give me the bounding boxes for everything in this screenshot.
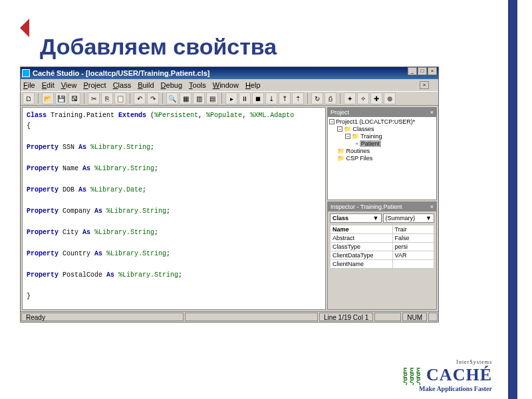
status-spacer — [185, 313, 318, 321]
workspace: Class Training.Patient Extends (%Persist… — [21, 106, 438, 311]
tool-save-icon[interactable]: 💾 — [55, 92, 67, 104]
inspector-key: ClientDataType — [331, 251, 393, 260]
inspector-row[interactable]: ClientName — [331, 260, 434, 269]
chevron-down-icon: ▼ — [426, 215, 432, 221]
tool-wiz1-icon[interactable]: ✦ — [344, 92, 356, 104]
tool-copy-icon[interactable]: ⎘ — [101, 92, 113, 104]
logo-mark-icon: ξξξξξξξξξ — [403, 368, 422, 382]
menu-build[interactable]: Build — [138, 81, 154, 89]
inspector-value: persi — [392, 243, 434, 251]
tool-redo-icon[interactable]: ↷ — [147, 92, 159, 104]
logo-tagline: Make Applications Faster — [403, 385, 492, 392]
inspector-value: Trair — [392, 225, 434, 234]
tree-routines[interactable]: Routines — [346, 148, 370, 154]
mdi-close-button[interactable]: × — [420, 81, 429, 89]
close-button[interactable]: × — [428, 67, 437, 75]
tree-minus-icon[interactable]: − — [329, 119, 334, 124]
window-title: Caché Studio - [localtcp/USER/Training.P… — [33, 69, 437, 77]
statusbar: Ready Line 1/19 Col 1 NUM — [21, 311, 438, 322]
logo-brand: CACHÉ — [426, 365, 492, 385]
inspector-value: VAR — [392, 251, 434, 260]
tree-csp[interactable]: CSP Files — [346, 155, 373, 162]
side-stripe — [508, 0, 517, 399]
separator — [162, 93, 163, 104]
tool-stepin-icon[interactable]: ⤒ — [279, 92, 291, 104]
inspector-body: Class▼ (Summary)▼ NameTrairAbstractFalse… — [328, 211, 436, 309]
tree-classes[interactable]: Classes — [353, 126, 374, 132]
tool-new-icon[interactable]: 🗋 — [23, 92, 35, 104]
tree-minus-icon[interactable]: − — [337, 126, 342, 132]
menubar: File Edit View Project Class Build Debug… — [21, 79, 438, 91]
inspector-row[interactable]: ClassTypepersi — [331, 243, 434, 251]
logo: InterSystems ξξξξξξξξξ CACHÉ Make Applic… — [403, 359, 492, 392]
menu-debug[interactable]: Debug — [161, 81, 182, 89]
cache-studio-window: _ □ × Caché Studio - [localtcp/USER/Trai… — [20, 66, 439, 323]
tool-stepover-icon[interactable]: ⤓ — [265, 92, 277, 104]
tool-undo-icon[interactable]: ↶ — [134, 92, 146, 104]
inspector-summary-dropdown[interactable]: (Summary)▼ — [383, 213, 435, 223]
tool-stop-icon[interactable]: ⏹ — [252, 92, 264, 104]
project-panel-header: Project × — [328, 108, 436, 117]
tool-stepout-icon[interactable]: ⇡ — [292, 92, 304, 104]
chevron-down-icon: ▼ — [373, 215, 379, 221]
tool-wiz2-icon[interactable]: ✧ — [357, 92, 369, 104]
inspector-row[interactable]: ClientDataTypeVAR — [331, 251, 434, 260]
tree-patient[interactable]: Patient — [360, 140, 381, 147]
menu-file[interactable]: File — [23, 81, 35, 89]
menu-tools[interactable]: Tools — [189, 81, 206, 89]
inspector-table: NameTrairAbstractFalseClassTypepersiClie… — [330, 225, 434, 269]
menu-view[interactable]: View — [61, 81, 77, 89]
project-panel-title: Project — [331, 109, 349, 116]
inspector-key: Abstract — [331, 234, 393, 243]
separator — [130, 93, 130, 104]
tool-saveall-icon[interactable]: 🖫 — [68, 92, 80, 104]
tool-pause-icon[interactable]: ⏸ — [239, 92, 251, 104]
separator — [38, 93, 39, 104]
tool-print-icon[interactable]: ⎙ — [325, 92, 336, 104]
tool-paste-icon[interactable]: 📋 — [114, 92, 126, 104]
status-grip — [428, 313, 438, 321]
maximize-button[interactable]: □ — [418, 67, 427, 75]
tool-wiz3-icon[interactable]: ✚ — [370, 92, 382, 104]
menu-edit[interactable]: Edit — [42, 81, 55, 89]
tool-open-icon[interactable]: 📂 — [42, 92, 54, 104]
tool-buildall-icon[interactable]: ▤ — [206, 92, 218, 104]
status-linecol: Line 1/19 Col 1 — [319, 313, 373, 321]
separator — [307, 93, 308, 104]
tool-refresh-icon[interactable]: ↻ — [311, 92, 323, 104]
inspector-key: ClassType — [331, 243, 393, 251]
toolbar: 🗋 📂 💾 🖫 ✂ ⎘ 📋 ↶ ↷ 🔍 ▦ ▥ ▤ ▸ ⏸ ⏹ ⤓ ⤒ ⇡ ↻ … — [21, 91, 438, 106]
tree-root[interactable]: Project1 (LOCALTCP:USER)* — [336, 118, 415, 125]
logo-company: InterSystems — [403, 359, 492, 365]
inspector-row[interactable]: NameTrair — [331, 225, 434, 234]
inspector-key: ClientName — [331, 260, 393, 269]
inspector-value: False — [392, 234, 434, 243]
right-pane: Project × −Project1 (LOCALTCP:USER)* −📁 … — [327, 107, 437, 310]
menu-class[interactable]: Class — [113, 81, 132, 89]
menu-help[interactable]: Help — [245, 81, 261, 89]
status-num: NUM — [402, 313, 427, 321]
tool-compile-icon[interactable]: ▦ — [180, 92, 192, 104]
code-editor[interactable]: Class Training.Patient Extends (%Persist… — [22, 107, 326, 310]
inspector-value — [392, 260, 434, 269]
inspector-row[interactable]: AbstractFalse — [331, 234, 434, 243]
minimize-button[interactable]: _ — [408, 67, 417, 75]
tool-run-icon[interactable]: ▸ — [225, 92, 237, 104]
menu-project[interactable]: Project — [83, 81, 106, 89]
tree-minus-icon[interactable]: − — [345, 134, 350, 139]
separator — [340, 93, 340, 104]
panel-close-icon[interactable]: × — [430, 109, 434, 116]
project-tree[interactable]: −Project1 (LOCALTCP:USER)* −📁 Classes −📁… — [328, 117, 436, 200]
panel-close-icon[interactable]: × — [430, 203, 434, 210]
slide-title: Добавляем свойства — [40, 34, 277, 60]
tool-wiz4-icon[interactable]: ⊕ — [384, 92, 396, 104]
inspector-class-dropdown[interactable]: Class▼ — [330, 213, 382, 223]
tree-training[interactable]: Training — [360, 133, 382, 140]
menu-window[interactable]: Window — [213, 81, 239, 89]
inspector-panel-header: Inspector - Training.Patient × — [328, 202, 436, 211]
inspector-panel-title: Inspector - Training.Patient — [331, 203, 402, 210]
tool-build-icon[interactable]: ▥ — [193, 92, 205, 104]
tool-cut-icon[interactable]: ✂ — [88, 92, 100, 104]
tool-find-icon[interactable]: 🔍 — [166, 92, 178, 104]
separator — [221, 93, 222, 104]
